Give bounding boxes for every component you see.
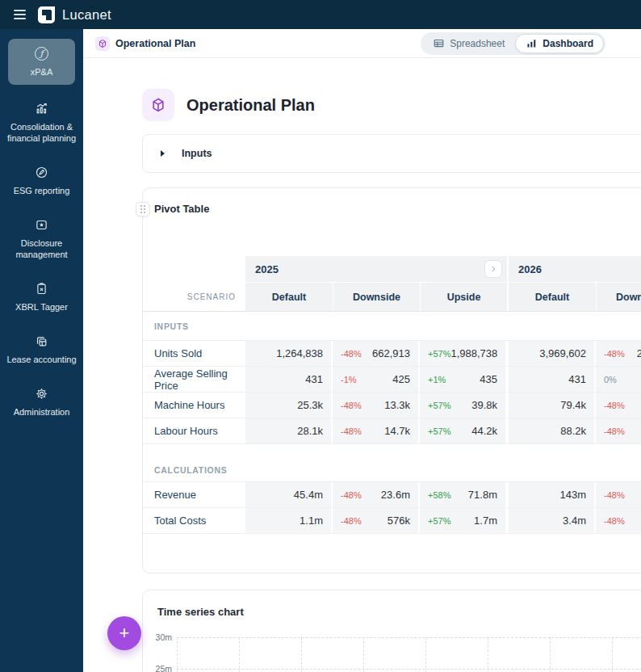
pivot-cell: -48%662,913 [333, 341, 420, 366]
sidebar-item-label: Disclosure management [6, 237, 78, 260]
gridline [425, 637, 426, 672]
pivot-cell: -48%13.3k [333, 393, 420, 418]
cell-value: 13.3k [362, 399, 410, 411]
cell-value: 425 [357, 373, 410, 385]
sidebar-item-consolidation[interactable]: Consolidation & financial planning [4, 99, 79, 147]
delta-badge: +57% [428, 401, 450, 410]
delta-badge: +57% [428, 349, 450, 359]
delta-badge: -48% [341, 349, 362, 359]
cell-value: 3,969,602 [517, 347, 586, 359]
cell-value: 662,913 [362, 347, 410, 359]
chevron-right-icon [161, 150, 165, 157]
pivot-cell: -48%576k [333, 508, 420, 533]
gridline [488, 637, 488, 672]
row-label: Average Selling Price [143, 367, 245, 392]
cell-value: 435 [446, 373, 497, 385]
add-button[interactable]: + [107, 616, 141, 650]
cell-value: 1,264,838 [253, 347, 323, 359]
sidebar-item-esg[interactable]: ESG reporting [4, 162, 79, 200]
pivot-cell: +1%435 [420, 367, 507, 392]
pivot-cell: 88.2k [509, 418, 596, 443]
time-series-chart-card: Time series chart 30m 25m [142, 590, 641, 672]
scenario-header-row: SCENARIO Default Downside Upside Default… [143, 283, 641, 312]
page-title: Operational Plan [186, 96, 315, 115]
delta-badge: -48% [341, 401, 362, 410]
delta-badge: -48% [341, 426, 362, 436]
delta-badge: -48% [604, 516, 625, 526]
spreadsheet-toggle-button[interactable]: Spreadsheet [422, 34, 515, 53]
sidebar-item-disclosure[interactable]: Disclosure management [4, 215, 79, 263]
sidebar-item-label: xP&A [31, 66, 53, 78]
delta-badge: +1% [428, 375, 446, 384]
year-label: 2026 [518, 263, 542, 275]
column-header: Default [245, 283, 333, 311]
sidebar-item-xbrl[interactable]: XBRL Tagger [4, 279, 79, 316]
pivot-cell: 45.4m [245, 482, 333, 507]
sidebar-item-xpa[interactable]: ƒ xP&A [8, 39, 75, 85]
brand-name: Lucanet [62, 7, 111, 23]
cube-icon [142, 89, 174, 121]
table-row: Total Costs 1.1m -48%576k +57%1.7m 3.4m … [143, 508, 641, 534]
lucanet-logo-icon [38, 6, 55, 23]
delta-badge: -48% [604, 426, 625, 436]
cell-value: 431 [517, 373, 586, 385]
table-row: Revenue 45.4m -48%23.6m +58%71.8m 143m -… [143, 482, 641, 508]
pivot-cell: 25.3k [245, 393, 333, 418]
top-bar: Lucanet [0, 0, 641, 29]
chart-title: Time series chart [157, 606, 244, 618]
breadcrumb-bar: Operational Plan Spreadsheet Dashboard [83, 29, 641, 58]
pivot-cell: -48% [596, 393, 641, 418]
gridline [301, 637, 302, 672]
delta-badge: -1% [341, 375, 357, 384]
breadcrumb[interactable]: Operational Plan [95, 36, 195, 51]
pivot-cell: +57%1.7m [420, 508, 507, 533]
pivot-cell: 431 [509, 367, 596, 392]
sidebar: ƒ xP&A Consolidation & financial plannin… [0, 29, 83, 672]
view-toggle: Spreadsheet Dashboard [421, 32, 605, 55]
sidebar-item-lease[interactable]: Lease accounting [4, 331, 79, 368]
column-header: Downside [333, 283, 420, 311]
column-header: Downside [596, 283, 641, 311]
table-row: Machine Hours 25.3k -48%13.3k +57%39.8k … [143, 393, 641, 418]
delta-badge: 0% [604, 375, 617, 384]
year-header-row: 2025 2026 [143, 256, 641, 282]
sidebar-item-label: ESG reporting [14, 185, 70, 196]
cell-value: 39.8k [450, 399, 497, 411]
cell-value: 14.7k [362, 425, 410, 437]
delta-badge: +57% [428, 426, 450, 436]
pivot-cell: 143m [509, 482, 596, 507]
table-row: Units Sold 1,264,838 -48%662,913 +57%1,9… [143, 341, 641, 367]
gear-icon [35, 387, 48, 401]
menu-icon[interactable] [14, 10, 26, 19]
pivot-cell: 1.1m [245, 508, 333, 533]
pivot-cell: +58%71.8m [420, 482, 507, 507]
gridline [177, 637, 641, 638]
year-label: 2025 [255, 263, 279, 275]
drag-handle[interactable] [136, 202, 150, 216]
inputs-expander[interactable]: Inputs [142, 134, 641, 173]
pivot-cell: -48%2, [596, 341, 641, 366]
cell-value: 2, [625, 347, 641, 359]
cell-value: 576k [362, 514, 410, 527]
row-label: Revenue [143, 482, 245, 507]
clipboard-x-icon [35, 282, 48, 296]
pivot-cell: +57%1,988,738 [420, 341, 507, 366]
breadcrumb-title: Operational Plan [115, 38, 195, 49]
dashboard-toggle-button[interactable]: Dashboard [515, 34, 604, 53]
sidebar-item-administration[interactable]: Administration [4, 384, 79, 421]
eco-pen-icon [35, 166, 48, 179]
pivot-cell: 3,969,602 [509, 341, 596, 366]
cell-value: 1.7m [450, 514, 497, 527]
section-header-inputs: INPUTS [143, 312, 641, 341]
cell-value: 431 [253, 373, 323, 385]
cell-value: 143m [517, 489, 586, 501]
delta-badge: -48% [341, 516, 362, 526]
gridline [612, 637, 613, 672]
sidebar-item-label: Consolidation & financial planning [6, 121, 78, 144]
section-header-calculations: CALCULATIONS [143, 459, 641, 482]
sidebar-item-label: Lease accounting [6, 354, 76, 365]
scroll-right-button[interactable] [484, 260, 502, 278]
cell-value: 28.1k [253, 425, 323, 437]
year-group-2025: 2025 [245, 256, 507, 282]
cube-icon [95, 36, 110, 51]
